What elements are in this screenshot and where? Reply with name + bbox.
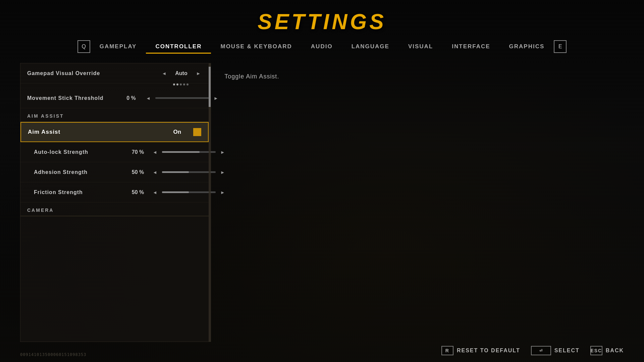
movement-stick-value: 0 % bbox=[121, 95, 141, 101]
adhesion-strength-label: Adhesion Strength bbox=[34, 169, 128, 175]
gamepad-visual-next-button[interactable]: ► bbox=[195, 69, 202, 77]
auto-lock-strength-row[interactable]: Auto-lock Strength 70 % ◄ ► bbox=[20, 142, 209, 162]
nav-tabs: Q GAMEPLAY CONTROLLER MOUSE & KEYBOARD A… bbox=[0, 40, 644, 53]
tab-language[interactable]: LANGUAGE bbox=[342, 41, 399, 53]
tab-gameplay[interactable]: GAMEPLAY bbox=[90, 41, 146, 53]
adhesion-strength-value: 50 % bbox=[128, 169, 148, 175]
friction-slider[interactable] bbox=[162, 191, 216, 193]
scroll-thumb[interactable] bbox=[209, 67, 211, 107]
adhesion-fill bbox=[162, 171, 189, 173]
aim-assist-row[interactable]: Aim Assist On bbox=[20, 122, 209, 142]
tab-controller[interactable]: CONTROLLER bbox=[146, 41, 211, 53]
camera-section-header: CAMERA bbox=[20, 202, 209, 216]
aim-assist-indicator bbox=[193, 128, 201, 136]
aim-assist-section-header: AIM ASSIST bbox=[20, 108, 209, 122]
movement-stick-slider[interactable] bbox=[155, 97, 209, 99]
aim-assist-value: On bbox=[167, 129, 187, 135]
auto-lock-prev-button[interactable]: ◄ bbox=[151, 148, 159, 156]
auto-lock-slider[interactable] bbox=[162, 151, 216, 153]
gamepad-visual-override-label: Gamepad Visual Override bbox=[27, 70, 121, 76]
tab-graphics[interactable]: GRAPHICS bbox=[500, 41, 554, 53]
camera-section-title: CAMERA bbox=[27, 207, 54, 213]
aim-assist-label: Aim Assist bbox=[28, 129, 122, 135]
value-dots bbox=[173, 83, 189, 85]
adhesion-slider[interactable] bbox=[162, 171, 216, 173]
auto-lock-strength-label: Auto-lock Strength bbox=[34, 149, 128, 155]
adhesion-prev-button[interactable]: ◄ bbox=[151, 168, 159, 176]
friction-prev-button[interactable]: ◄ bbox=[151, 188, 159, 196]
aim-assist-control: On bbox=[122, 128, 201, 136]
friction-strength-label: Friction Strength bbox=[34, 189, 128, 195]
movement-stick-label: Movement Stick Threshold bbox=[27, 95, 121, 101]
scrollbar[interactable] bbox=[209, 63, 211, 342]
page-title: SETTINGS bbox=[258, 9, 386, 34]
auto-lock-strength-value: 70 % bbox=[128, 149, 148, 155]
setting-description: Toggle Aim Assist. bbox=[224, 73, 610, 80]
dot-4 bbox=[183, 83, 185, 85]
gamepad-visual-value: Auto bbox=[171, 70, 191, 76]
description-panel: Toggle Aim Assist. bbox=[211, 63, 624, 342]
tab-mouse-keyboard[interactable]: MOUSE & KEYBOARD bbox=[211, 41, 301, 53]
gamepad-visual-prev-button[interactable]: ◄ bbox=[161, 69, 168, 77]
dot-1 bbox=[173, 83, 175, 85]
movement-stick-control: 0 % ◄ ► bbox=[121, 94, 220, 102]
friction-strength-row[interactable]: Friction Strength 50 % ◄ ► bbox=[20, 182, 209, 202]
tab-interface[interactable]: INTERFACE bbox=[442, 41, 499, 53]
auto-lock-fill bbox=[162, 151, 200, 153]
nav-prev-button[interactable]: Q bbox=[77, 40, 90, 53]
nav-next-button[interactable]: E bbox=[554, 40, 567, 53]
friction-fill bbox=[162, 191, 189, 193]
dot-2 bbox=[176, 83, 178, 85]
adhesion-strength-row[interactable]: Adhesion Strength 50 % ◄ ► bbox=[20, 162, 209, 182]
gamepad-visual-override-row[interactable]: Gamepad Visual Override ◄ Auto ► bbox=[20, 63, 209, 83]
friction-strength-value: 50 % bbox=[128, 189, 148, 195]
tab-visual[interactable]: VISUAL bbox=[399, 41, 442, 53]
tab-audio[interactable]: AUDIO bbox=[302, 41, 342, 53]
dot-5 bbox=[186, 83, 189, 85]
movement-stick-threshold-row[interactable]: Movement Stick Threshold 0 % ◄ ► bbox=[20, 88, 209, 108]
aim-assist-section-title: AIM ASSIST bbox=[27, 113, 64, 119]
movement-stick-prev-button[interactable]: ◄ bbox=[145, 94, 152, 102]
gamepad-visual-override-control: ◄ Auto ► bbox=[121, 69, 202, 77]
settings-panel: Gamepad Visual Override ◄ Auto ► bbox=[20, 63, 211, 342]
dot-3 bbox=[180, 83, 182, 85]
